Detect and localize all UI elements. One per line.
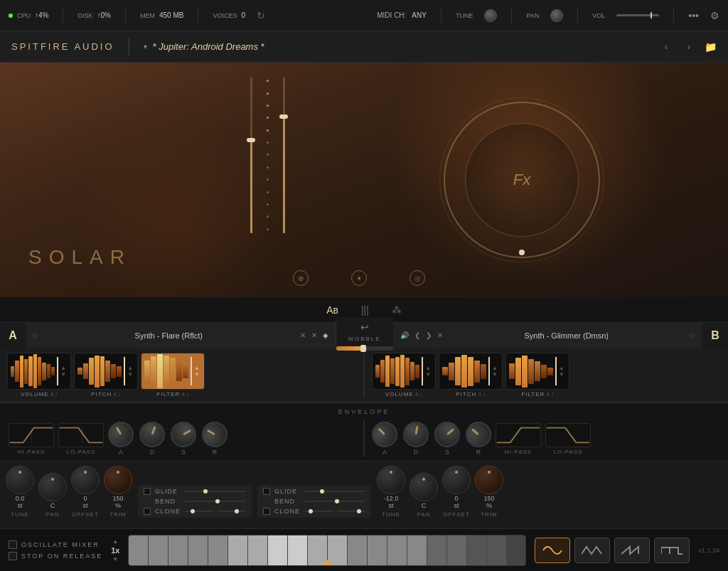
pitch-a-display[interactable]: ▲ ▼ (74, 353, 138, 390)
clone-a-checkbox[interactable] (144, 508, 151, 515)
white-key-6[interactable] (228, 535, 248, 565)
fx-outer-ring[interactable]: Fx (444, 102, 600, 258)
sine-wave-button[interactable] (535, 538, 570, 563)
vol-slider[interactable] (616, 14, 659, 16)
white-key-14[interactable] (387, 535, 407, 565)
volume-b-display[interactable]: ▲ ▼ (372, 353, 436, 390)
adsr-b-release-knob[interactable] (461, 417, 497, 453)
save-icon[interactable]: 📁 (705, 41, 717, 53)
clone-b-thumb1[interactable] (309, 509, 313, 513)
mult-up-arrow[interactable]: ▲ (112, 538, 118, 545)
layer-a-x1-icon[interactable]: ✕ (299, 330, 307, 341)
clone-a-track1[interactable] (185, 511, 213, 512)
fx-knob-container[interactable]: Fx (444, 102, 600, 258)
filter-a-down-arrow[interactable]: ▼ (194, 371, 200, 378)
trim-a-knob[interactable] (104, 466, 132, 494)
white-key-4[interactable] (188, 535, 208, 565)
clone-b-checkbox[interactable] (263, 508, 270, 515)
square-wave-button[interactable] (654, 538, 690, 563)
layer-b-prev-icon[interactable]: ❮ (413, 330, 422, 341)
filter-a-display[interactable]: ▲ ▼ (141, 353, 205, 390)
orbit-icon[interactable]: ⊕ (293, 270, 309, 286)
adsr-a-attack-knob[interactable] (103, 417, 138, 452)
pitch-b-down-arrow[interactable]: ▼ (492, 371, 498, 378)
chevron-down-icon[interactable]: ▾ (144, 43, 147, 50)
white-key-19[interactable] (487, 535, 507, 565)
adsr-a-decay-knob[interactable] (136, 418, 168, 451)
adsr-b-decay-knob[interactable] (401, 420, 431, 449)
hipass-a-display[interactable] (9, 423, 54, 447)
adsr-a-sustain-knob[interactable] (166, 417, 200, 452)
target-icon[interactable]: ◎ (410, 270, 425, 286)
filter-a-up-arrow[interactable]: ▲ (194, 365, 200, 371)
glide-a-thumb[interactable] (203, 489, 208, 493)
layer-a-x2-icon[interactable]: ✕ (310, 330, 318, 341)
filter-b-display[interactable]: ▲ ▼ (505, 353, 569, 390)
more-options-icon[interactable]: ••• (688, 10, 699, 21)
preset-dropdown[interactable]: ▾ * Jupiter: Android Dreams * (144, 41, 264, 52)
white-key-9[interactable] (288, 535, 308, 565)
offset-b-knob[interactable] (442, 466, 471, 494)
white-key-15[interactable] (407, 535, 427, 565)
mult-down-arrow[interactable]: ▼ (112, 556, 118, 562)
white-key-12[interactable] (348, 535, 368, 565)
offset-a-knob[interactable] (71, 466, 100, 494)
refresh-icon[interactable]: ↻ (257, 10, 265, 21)
glide-a-track[interactable] (185, 491, 246, 492)
playback-icon[interactable]: ↩ (359, 320, 370, 334)
mixer-bar-thumb[interactable] (360, 345, 366, 352)
slider-track-2[interactable] (283, 77, 285, 233)
lopass-b-display[interactable] (545, 423, 591, 447)
clone-a-thumb1[interactable] (191, 509, 195, 513)
pitch-a-up-arrow[interactable]: ▲ (127, 365, 133, 371)
spin-icon[interactable]: ✦ (351, 270, 367, 286)
keyboard-display[interactable] (128, 535, 526, 566)
slider-thumb-1[interactable] (247, 138, 255, 142)
layer-b-star-icon[interactable]: ☆ (689, 331, 697, 341)
layer-a-star-icon[interactable]: ☆ (31, 331, 39, 341)
layer-b-x-icon[interactable]: ✕ (436, 330, 444, 341)
nav-back-arrow[interactable]: ‹ (659, 40, 673, 54)
bend-b-thumb[interactable] (335, 499, 339, 503)
pan-b-knob[interactable] (410, 473, 438, 501)
white-key-13[interactable] (368, 535, 387, 565)
adsr-b-sustain-knob[interactable] (429, 417, 466, 453)
pitch-a-down-arrow[interactable]: ▼ (127, 371, 133, 378)
filter-b-down-arrow[interactable]: ▼ (559, 371, 564, 378)
vol-a-down-arrow[interactable]: ▼ (60, 371, 66, 378)
lopass-a-display[interactable] (58, 423, 104, 447)
white-key-16[interactable] (427, 535, 447, 565)
adsr-a-release-knob[interactable] (197, 417, 232, 452)
stop-on-release-checkbox[interactable] (9, 552, 17, 560)
clone-b-thumb2[interactable] (357, 509, 361, 513)
ab-mixer-bar[interactable] (336, 346, 393, 351)
sawtooth-wave-button[interactable] (614, 538, 650, 563)
filter-b-up-arrow[interactable]: ▲ (559, 365, 564, 371)
bend-a-thumb[interactable] (215, 499, 220, 503)
white-key-5[interactable] (208, 535, 228, 565)
white-key-3[interactable] (168, 535, 188, 565)
fx-inner-ring[interactable]: Fx (465, 123, 579, 237)
white-key-8[interactable] (268, 535, 288, 565)
pitch-b-display[interactable]: ▲ ▼ (439, 353, 503, 390)
glide-a-checkbox[interactable] (144, 488, 151, 495)
layer-a-toggle-icon[interactable]: ◈ (321, 330, 330, 341)
dotted-slider[interactable] (267, 77, 269, 233)
triangle-wave-button[interactable] (574, 538, 610, 563)
clone-b-track2[interactable] (337, 511, 365, 512)
tab-fx-icon[interactable]: ⁂ (386, 301, 407, 319)
volume-a-display[interactable]: ▲ ▼ (7, 353, 71, 390)
white-key-18[interactable] (467, 535, 487, 565)
layer-b-next-icon[interactable]: ❯ (424, 330, 433, 341)
nav-forward-arrow[interactable]: › (682, 40, 696, 54)
white-key-1[interactable] (129, 535, 149, 565)
tune-b-knob[interactable] (377, 466, 405, 494)
clone-a-thumb2[interactable] (235, 509, 239, 513)
vol-a-up-arrow[interactable]: ▲ (60, 365, 66, 371)
glide-b-thumb[interactable] (320, 489, 324, 493)
glide-b-track[interactable] (304, 491, 365, 492)
slider-track-1[interactable] (250, 77, 252, 233)
oscillate-checkbox[interactable] (9, 540, 17, 549)
white-key-17[interactable] (447, 535, 467, 565)
hipass-b-display[interactable] (496, 423, 541, 447)
